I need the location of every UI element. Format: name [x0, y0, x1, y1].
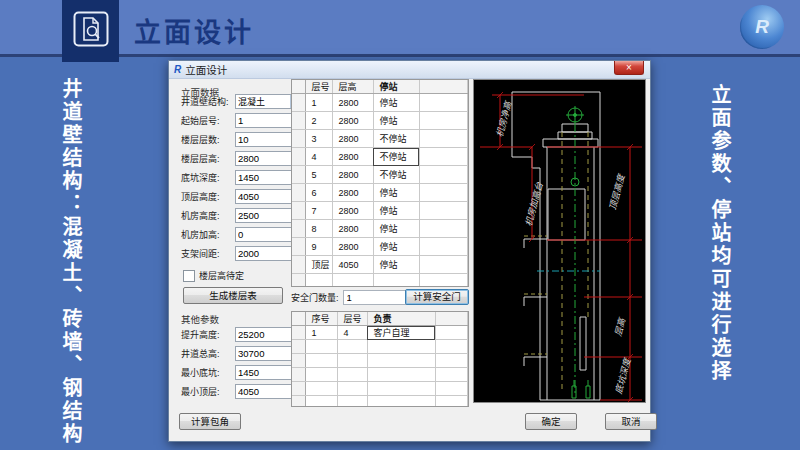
grid-cell[interactable] — [435, 354, 468, 368]
grid-cell[interactable]: 6 — [305, 184, 332, 202]
row-selector[interactable] — [292, 382, 305, 396]
grid-cell[interactable]: 4050 — [332, 256, 373, 274]
grid-cell[interactable]: 1 — [305, 94, 332, 112]
form-row: 井道总高: — [181, 346, 305, 361]
grid-cell[interactable] — [367, 368, 435, 382]
grid-cell[interactable] — [419, 274, 468, 288]
table-row: 52800不停站 — [292, 166, 468, 184]
grid-cell[interactable]: 7 — [305, 202, 332, 220]
grid-cell[interactable]: 2800 — [332, 238, 373, 256]
grid-cell[interactable]: 4 — [305, 148, 332, 166]
grid-cell[interactable]: 停站 — [373, 94, 419, 112]
grid-cell[interactable]: 停站 — [373, 238, 419, 256]
grid-cell[interactable] — [305, 368, 337, 382]
grid-cell[interactable] — [337, 396, 367, 408]
grid-cell[interactable] — [332, 274, 373, 288]
dialog-title: 立面设计 — [185, 62, 227, 77]
grid-cell[interactable] — [337, 382, 367, 396]
dialog-titlebar[interactable]: R 立面设计 — [169, 61, 650, 79]
ok-button[interactable]: 确定 — [525, 413, 577, 430]
row-selector[interactable] — [292, 256, 305, 274]
grid-cell[interactable] — [435, 340, 468, 354]
grid-cell[interactable]: 2800 — [332, 148, 373, 166]
grid-cell[interactable]: 不停站 — [373, 148, 419, 166]
grid-cell[interactable] — [373, 274, 419, 288]
row-selector[interactable] — [292, 94, 305, 112]
document-search-icon — [73, 11, 109, 51]
row-selector[interactable] — [292, 326, 305, 340]
cancel-button[interactable]: 取消 — [605, 413, 657, 430]
row-selector[interactable] — [292, 368, 305, 382]
row-selector[interactable] — [292, 130, 305, 148]
grid-cell[interactable] — [435, 396, 468, 408]
grid-cell[interactable]: 3 — [305, 130, 332, 148]
row-selector[interactable] — [292, 184, 305, 202]
row-filler — [435, 326, 468, 340]
grid-cell[interactable]: 2 — [305, 112, 332, 130]
grid-cell[interactable]: 停站 — [373, 220, 419, 238]
grid-cell[interactable]: 2800 — [332, 94, 373, 112]
grid-cell[interactable]: 2800 — [332, 184, 373, 202]
grid-cell[interactable]: 停站 — [373, 112, 419, 130]
form-row: 机房高度: — [181, 208, 305, 223]
calc-safety-door-button[interactable]: 计算安全门 — [405, 289, 469, 305]
grid-cell[interactable] — [305, 354, 337, 368]
grid-cell[interactable]: 停站 — [373, 202, 419, 220]
empty-row — [292, 354, 468, 368]
row-selector[interactable] — [292, 274, 305, 288]
grid-cell[interactable] — [305, 340, 337, 354]
grid-cell[interactable] — [435, 368, 468, 382]
grid-cell[interactable]: 9 — [305, 238, 332, 256]
grid-cell[interactable]: 2800 — [332, 202, 373, 220]
grid-cell[interactable] — [435, 382, 468, 396]
form-row: 最小底坑: — [181, 365, 305, 380]
calc-wrap-angle-button[interactable]: 计算包角 — [179, 413, 241, 430]
grid-cell[interactable]: 2800 — [332, 112, 373, 130]
row-selector[interactable] — [292, 166, 305, 184]
checkbox-icon[interactable] — [183, 270, 195, 282]
field-label: 机房高度: — [181, 209, 235, 222]
field-label: 支架间距: — [181, 247, 235, 260]
header-filler — [419, 80, 468, 94]
grid-cell[interactable]: 2800 — [332, 220, 373, 238]
grid-cell[interactable] — [367, 340, 435, 354]
row-filler — [419, 256, 468, 274]
safety-door-count-input[interactable] — [343, 290, 407, 305]
grid-cell[interactable]: 1 — [305, 326, 337, 340]
grid-cell[interactable] — [367, 382, 435, 396]
grid-cell[interactable] — [337, 340, 367, 354]
row-selector[interactable] — [292, 340, 305, 354]
row-selector[interactable] — [292, 354, 305, 368]
grid-cell[interactable] — [337, 368, 367, 382]
row-selector[interactable] — [292, 112, 305, 130]
grid-cell[interactable]: 8 — [305, 220, 332, 238]
grid-cell[interactable]: 4 — [337, 326, 367, 340]
close-button[interactable]: × — [614, 61, 644, 75]
grid-cell[interactable]: 停站 — [373, 184, 419, 202]
grid-cell[interactable] — [367, 396, 435, 408]
grid-cell[interactable]: 不停站 — [373, 166, 419, 184]
grid-cell[interactable]: 停站 — [373, 256, 419, 274]
row-selector[interactable] — [292, 220, 305, 238]
grid-corner — [292, 312, 305, 326]
grid-cell[interactable] — [305, 396, 337, 408]
grid-cell[interactable]: 客户自理 — [367, 326, 435, 340]
grid-cell[interactable] — [305, 382, 337, 396]
row-selector[interactable] — [292, 148, 305, 166]
generate-floor-table-button[interactable]: 生成楼层表 — [183, 287, 283, 304]
grid-cell[interactable] — [305, 274, 332, 288]
floor-height-pending-option[interactable]: 楼层高待定 — [183, 269, 244, 282]
table-row: 12800停站 — [292, 94, 468, 112]
grid-cell[interactable]: 2800 — [332, 130, 373, 148]
grid-cell[interactable]: 5 — [305, 166, 332, 184]
row-selector[interactable] — [292, 396, 305, 408]
row-selector[interactable] — [292, 202, 305, 220]
row-selector[interactable] — [292, 238, 305, 256]
grid-cell[interactable]: 2800 — [332, 166, 373, 184]
grid-cell[interactable] — [367, 354, 435, 368]
row-filler — [419, 112, 468, 130]
floor-table: 层号层高停站12800停站22800停站32800不停站42800不停站5280… — [291, 79, 469, 287]
grid-cell[interactable] — [337, 354, 367, 368]
grid-cell[interactable]: 不停站 — [373, 130, 419, 148]
grid-cell[interactable]: 顶层 — [305, 256, 332, 274]
